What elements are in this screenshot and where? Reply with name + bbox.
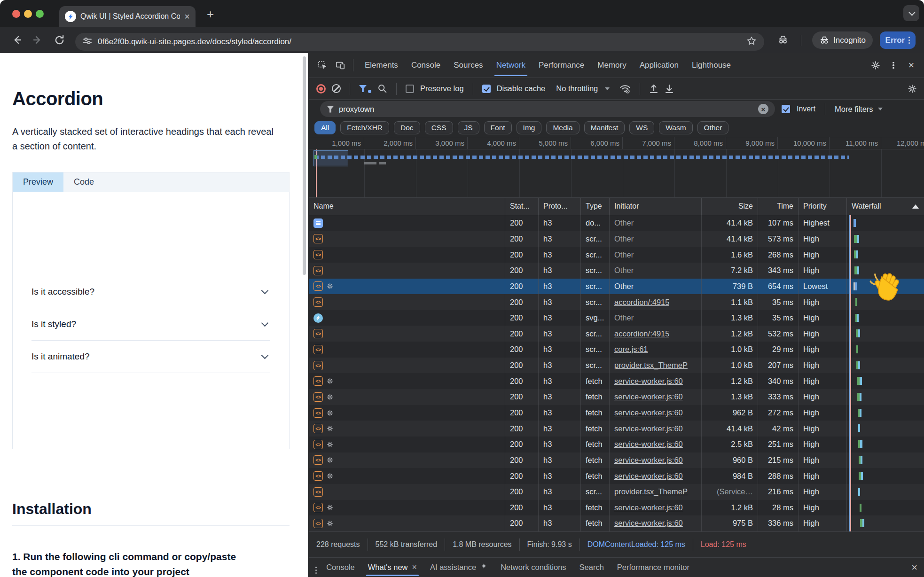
filter-chip-ws[interactable]: WS — [629, 121, 654, 134]
initiator-link[interactable]: service-worker.js:60 — [614, 503, 683, 512]
filter-input[interactable]: proxytown × — [320, 101, 775, 117]
table-row[interactable]: <>200h3scr...provider.tsx_ThemeP1.0 kB20… — [309, 358, 924, 374]
table-row[interactable]: <>200h3fetchservice-worker.js:601.2 kB28… — [309, 500, 924, 516]
table-row[interactable]: <>200h3scr...provider.tsx_ThemeP(Service… — [309, 484, 924, 500]
close-tab-icon[interactable]: × — [184, 12, 190, 21]
close-window-button[interactable] — [12, 10, 20, 18]
initiator-link[interactable]: provider.tsx_ThemeP — [614, 487, 688, 496]
devtools-menu-icon[interactable] — [885, 57, 901, 73]
table-row[interactable]: <>200h3scr...Other1.6 kB268 msHigh — [309, 247, 924, 263]
more-filters-button[interactable]: More filters — [835, 105, 883, 114]
column-header[interactable]: Time — [758, 198, 799, 215]
inspect-element-icon[interactable] — [314, 57, 330, 73]
column-header[interactable]: Initiator — [610, 198, 702, 215]
filter-chip-font[interactable]: Font — [484, 121, 512, 134]
initiator-link[interactable]: accordion/:4915 — [614, 298, 669, 307]
network-overview[interactable] — [309, 149, 924, 198]
import-har-icon[interactable] — [649, 84, 658, 94]
page-scrollbar[interactable] — [303, 56, 306, 275]
initiator-link[interactable]: service-worker.js:60 — [614, 456, 683, 465]
initiator-link[interactable]: service-worker.js:60 — [614, 377, 683, 386]
devtools-tab-lighthouse[interactable]: Lighthouse — [685, 53, 737, 78]
table-row[interactable]: <>200h3scr...core.js:611.0 kB29 msHigh — [309, 342, 924, 358]
table-row[interactable]: <>200h3scr...accordion/:49151.2 kB532 ms… — [309, 326, 924, 342]
column-header[interactable]: Size — [702, 198, 758, 215]
filter-chip-all[interactable]: All — [314, 121, 336, 134]
drawer-tab-what-s-new[interactable]: What's new× — [361, 558, 423, 577]
minimize-window-button[interactable] — [24, 10, 32, 18]
initiator-link[interactable]: service-worker.js:60 — [614, 424, 683, 433]
drawer-close-icon[interactable]: × — [911, 561, 917, 574]
new-tab-button[interactable]: + — [207, 8, 214, 20]
filter-chip-media[interactable]: Media — [546, 121, 579, 134]
column-header[interactable]: Waterfall — [847, 198, 924, 215]
initiator-link[interactable]: service-worker.js:60 — [614, 408, 683, 417]
record-network-log-icon[interactable] — [316, 84, 326, 94]
drawer-tab-performance-monitor[interactable]: Performance monitor — [611, 558, 696, 577]
filter-chip-js[interactable]: JS — [458, 121, 479, 134]
site-info-icon[interactable] — [83, 36, 92, 47]
filter-chip-fetchxhr[interactable]: Fetch/XHR — [340, 121, 389, 134]
filter-chip-doc[interactable]: Doc — [394, 121, 420, 134]
initiator-link[interactable]: service-worker.js:60 — [614, 392, 683, 401]
table-row[interactable]: <>200h3scr...Other41.4 kB573 msHigh — [309, 231, 924, 247]
tab-preview[interactable]: Preview — [13, 172, 63, 192]
column-header[interactable]: Priority — [799, 198, 847, 215]
filter-chip-other[interactable]: Other — [697, 121, 729, 134]
table-row[interactable]: <>200h3fetchservice-worker.js:60975 B336… — [309, 515, 924, 531]
table-row[interactable]: <>200h3fetchservice-worker.js:60984 B288… — [309, 468, 924, 484]
table-row[interactable]: <>200h3scr...accordion/:49151.1 kB35 msH… — [309, 294, 924, 310]
tab-code[interactable]: Code — [63, 172, 104, 192]
table-row[interactable]: <>200h3fetchservice-worker.js:601.3 kB33… — [309, 389, 924, 405]
devtools-tab-memory[interactable]: Memory — [591, 53, 633, 78]
accordion-item[interactable]: Is it accessible? — [31, 276, 270, 308]
search-icon[interactable] — [377, 84, 387, 94]
back-button[interactable] — [10, 33, 23, 47]
column-header[interactable]: Type — [581, 198, 610, 215]
filter-text[interactable]: proxytown — [339, 105, 753, 114]
url-bar[interactable]: 0f6e2f0b.qwik-ui-site.pages.dev/docs/sty… — [75, 33, 764, 51]
url-text[interactable]: 0f6e2f0b.qwik-ui-site.pages.dev/docs/sty… — [98, 37, 741, 47]
initiator-link[interactable]: core.js:61 — [614, 345, 648, 354]
column-header[interactable]: Stat... — [505, 198, 539, 215]
table-row[interactable]: <>200h3scr...Other739 B654 msLowest — [309, 279, 924, 295]
filter-chip-wasm[interactable]: Wasm — [659, 121, 692, 134]
browser-menu-icon[interactable] — [908, 37, 910, 44]
devtools-tab-sources[interactable]: Sources — [447, 53, 489, 78]
table-row[interactable]: <>200h3fetchservice-worker.js:60960 B215… — [309, 452, 924, 468]
drawer-tab-ai-assistance[interactable]: AI assistance — [423, 558, 494, 577]
devtools-settings-icon[interactable] — [868, 57, 884, 73]
filter-chip-manifest[interactable]: Manifest — [584, 121, 625, 134]
zoom-window-button[interactable] — [36, 10, 44, 18]
drawer-tab-console[interactable]: Console — [320, 558, 361, 577]
devtools-tab-console[interactable]: Console — [405, 53, 447, 78]
table-row[interactable]: <>200h3fetchservice-worker.js:602.5 kB25… — [309, 437, 924, 452]
clear-filter-icon[interactable]: × — [758, 104, 768, 114]
browser-tab[interactable]: Qwik UI | Styled Accordion Co × — [59, 6, 196, 27]
clear-network-log-icon[interactable] — [332, 84, 341, 93]
accordion-item[interactable]: Is it animated? — [31, 341, 270, 373]
close-drawer-tab-icon[interactable]: × — [412, 562, 417, 572]
bookmark-star-icon[interactable] — [746, 36, 757, 48]
disable-cache-checkbox[interactable] — [482, 85, 491, 93]
initiator-link[interactable]: accordion/:4915 — [614, 329, 669, 338]
devtools-tab-network[interactable]: Network — [490, 53, 532, 78]
filter-chip-img[interactable]: Img — [517, 121, 542, 134]
devtools-close-icon[interactable]: × — [903, 57, 919, 73]
filter-chip-css[interactable]: CSS — [425, 121, 453, 134]
table-row[interactable]: <>200h3fetchservice-worker.js:60962 B272… — [309, 405, 924, 421]
table-row[interactable]: 200h3svg...Other1.3 kB35 msHigh — [309, 310, 924, 326]
devtools-tab-performance[interactable]: Performance — [532, 53, 591, 78]
table-row[interactable]: 200h3do...Other41.4 kB107 msHighest — [309, 215, 924, 231]
network-settings-icon[interactable] — [907, 84, 917, 94]
devtools-tab-application[interactable]: Application — [633, 53, 685, 78]
throttling-select[interactable]: No throttling — [556, 84, 598, 93]
invert-label[interactable]: Invert — [797, 105, 815, 113]
devtools-tab-elements[interactable]: Elements — [358, 53, 405, 78]
extensions-incognito-icon[interactable] — [776, 33, 790, 47]
disable-cache-label[interactable]: Disable cache — [497, 84, 546, 93]
preserve-log-label[interactable]: Preserve log — [420, 84, 464, 93]
initiator-link[interactable]: provider.tsx_ThemeP — [614, 361, 688, 370]
table-row[interactable]: <>200h3fetchservice-worker.js:601.2 kB34… — [309, 373, 924, 389]
network-conditions-icon[interactable] — [619, 83, 631, 94]
